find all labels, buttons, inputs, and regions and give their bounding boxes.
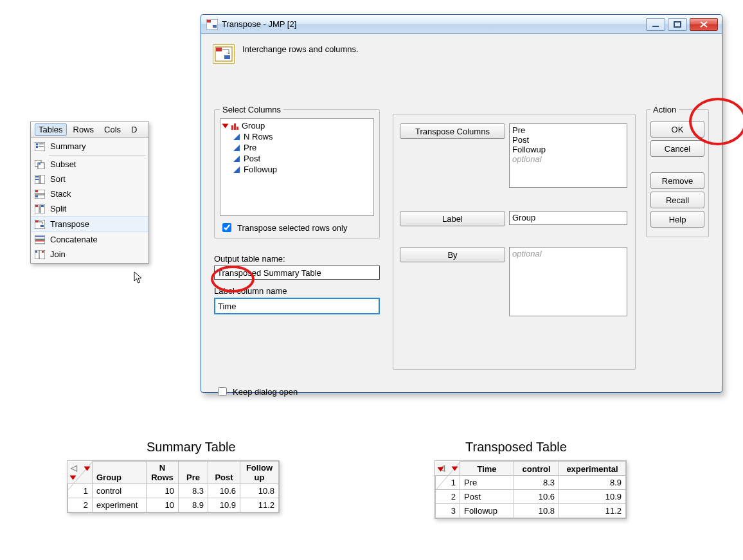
cell[interactable]: 8.3 — [514, 476, 559, 490]
minimize-button[interactable] — [646, 18, 665, 31]
col-header[interactable]: Followup — [240, 462, 279, 484]
by-role-row: By optional — [400, 247, 627, 316]
row-number: 2 — [436, 490, 460, 504]
menubar-cols[interactable]: Cols — [100, 123, 125, 136]
transpose-icon — [35, 220, 45, 229]
table-row[interactable]: 3 Followup 10.8 11.2 — [436, 504, 626, 518]
nominal-icon — [231, 122, 239, 130]
col-header[interactable]: experimental — [559, 462, 626, 476]
list-item[interactable]: Followup — [222, 164, 372, 175]
svg-rect-30 — [42, 251, 44, 253]
cell[interactable]: experiment — [93, 498, 147, 512]
menu-item-split[interactable]: Split — [31, 201, 148, 216]
table-row[interactable]: 2 experiment 10 8.9 10.9 11.2 — [68, 498, 279, 512]
menu-item-stack[interactable]: Stack — [31, 186, 148, 201]
remove-button[interactable]: Remove — [650, 172, 704, 189]
menu-item-transpose[interactable]: Transpose — [31, 216, 148, 232]
cell[interactable]: 11.2 — [240, 498, 279, 512]
label-column-input[interactable] — [214, 298, 380, 314]
list-item[interactable]: Post — [222, 153, 372, 164]
window-buttons — [646, 18, 722, 31]
help-button[interactable]: Help — [650, 211, 704, 228]
hotspot-icon[interactable] — [84, 466, 91, 471]
menu-item-label: Sort — [50, 174, 66, 184]
cell[interactable]: 10 — [147, 484, 179, 498]
list-item[interactable]: N Rows — [222, 131, 372, 142]
column-name: Post — [244, 154, 260, 163]
svg-rect-10 — [35, 176, 39, 177]
svg-rect-7 — [39, 163, 40, 165]
keep-dialog-open-checkbox[interactable]: Keep dialog open — [215, 385, 298, 398]
col-header[interactable]: Post — [208, 462, 240, 484]
menu-item-subset[interactable]: Subset — [31, 157, 148, 172]
role-item[interactable]: Pre — [512, 125, 624, 135]
cell[interactable]: 10.6 — [514, 490, 559, 504]
cell[interactable]: 10 — [147, 498, 179, 512]
cell[interactable]: 10.6 — [208, 484, 240, 498]
by-role-button[interactable]: By — [400, 247, 505, 262]
menubar-tables[interactable]: Tables — [35, 123, 67, 136]
close-button[interactable] — [690, 18, 718, 31]
hotspot-icon[interactable] — [452, 466, 458, 471]
menu-item-summary[interactable]: Summary — [31, 139, 148, 154]
output-table-input[interactable] — [214, 266, 380, 280]
tables-menu-panel: Tables Rows Cols D Summary Subset Sort S… — [30, 122, 149, 264]
titlebar[interactable]: Transpose - JMP [2] — [201, 15, 722, 34]
svg-rect-32 — [207, 20, 211, 23]
app-icon — [206, 19, 218, 30]
list-item[interactable]: Pre — [222, 142, 372, 153]
maximize-button[interactable] — [668, 18, 687, 31]
role-item[interactable]: Followup — [512, 145, 624, 154]
join-icon — [35, 250, 45, 259]
transpose-columns-button[interactable]: Transpose Columns — [400, 123, 505, 139]
table-row[interactable]: 1 Pre 8.3 8.9 — [436, 476, 626, 490]
table-row[interactable]: 2 Post 10.6 10.9 — [436, 490, 626, 504]
recall-button[interactable]: Recall — [650, 192, 704, 208]
cell[interactable]: 10.9 — [208, 498, 240, 512]
hotspot-icon[interactable] — [437, 467, 443, 472]
role-item[interactable]: Post — [512, 135, 624, 145]
cell[interactable]: 10.8 — [514, 504, 559, 518]
cell[interactable]: control — [93, 484, 147, 498]
transpose-selected-checkbox[interactable]: Transpose selected rows only — [220, 221, 374, 234]
cancel-button[interactable]: Cancel — [650, 140, 704, 157]
checkbox-input[interactable] — [222, 223, 231, 232]
col-header[interactable]: Group — [93, 462, 147, 484]
menu-item-concatenate[interactable]: Concatenate — [31, 232, 148, 247]
cell[interactable]: 8.9 — [179, 498, 208, 512]
svg-rect-21 — [35, 221, 39, 222]
menubar-extra[interactable]: D — [127, 123, 141, 136]
label-role-button[interactable]: Label — [400, 211, 505, 226]
col-header[interactable]: Time — [460, 462, 514, 476]
columns-listbox[interactable]: Group N Rows Pre Post Followup — [220, 118, 374, 216]
transpose-columns-field[interactable]: Pre Post Followup optional — [509, 123, 627, 188]
ok-button[interactable]: OK — [650, 121, 704, 138]
cell[interactable]: 10.8 — [240, 484, 279, 498]
hotspot-icon[interactable] — [69, 476, 76, 480]
label-role-field[interactable]: Group — [509, 211, 627, 225]
cell[interactable]: 8.3 — [179, 484, 208, 498]
checkbox-input[interactable] — [218, 387, 227, 396]
col-header[interactable]: Pre — [179, 462, 208, 484]
col-header[interactable]: control — [514, 462, 559, 476]
cell[interactable]: 10.9 — [559, 490, 626, 504]
svg-rect-26 — [35, 240, 44, 242]
cell[interactable]: Pre — [460, 476, 514, 490]
menu-item-join[interactable]: Join — [31, 247, 148, 262]
menubar-rows[interactable]: Rows — [69, 123, 98, 136]
menu-item-sort[interactable]: Sort — [31, 172, 148, 186]
cell[interactable]: Post — [460, 490, 514, 504]
select-columns-legend: Select Columns — [220, 105, 283, 114]
roles-panel: Transpose Columns Pre Post Followup opti… — [393, 114, 636, 370]
menu-separator — [49, 155, 146, 156]
cell[interactable]: 8.9 — [559, 476, 626, 490]
cell[interactable]: 11.2 — [559, 504, 626, 518]
cell[interactable]: Followup — [460, 504, 514, 518]
list-item[interactable]: Group — [222, 120, 372, 131]
select-columns-fieldset: Select Columns Group N Rows Pre Pos — [214, 105, 380, 239]
table-row[interactable]: 1 control 10 8.3 10.6 10.8 — [68, 484, 279, 498]
col-header[interactable]: NRows — [147, 462, 179, 484]
role-optional: optional — [512, 154, 624, 164]
svg-rect-23 — [35, 235, 45, 239]
by-role-field[interactable]: optional — [509, 247, 627, 316]
